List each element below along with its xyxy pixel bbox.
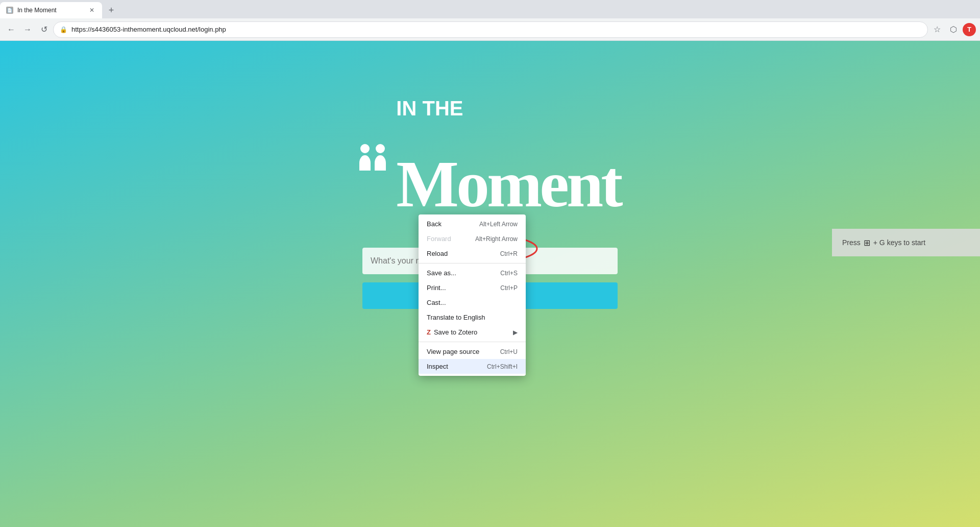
- profile-avatar[interactable]: T: [963, 23, 976, 36]
- windows-hint: Press ⊞ + G keys to start: [832, 229, 980, 256]
- ctx-translate-label: Translate to English: [427, 314, 518, 321]
- ctx-inspect[interactable]: Inspect Ctrl+Shift+I: [419, 359, 526, 374]
- ctx-cast[interactable]: Cast...: [419, 295, 526, 310]
- tab-title: In the Moment: [17, 7, 84, 14]
- ctx-translate[interactable]: Translate to English: [419, 310, 526, 325]
- ctx-separator-2: [419, 342, 526, 342]
- ctx-back-shortcut: Alt+Left Arrow: [479, 221, 518, 228]
- ctx-save-as[interactable]: Save as... Ctrl+S: [419, 266, 526, 280]
- url-text: https://s4436053-inthemoment.uqcloud.net…: [71, 26, 921, 33]
- forward-button[interactable]: →: [20, 22, 35, 37]
- tab-favicon: 📄: [6, 7, 13, 14]
- address-bar: ← → ↺ 🔒 https://s4436053-inthemoment.uqc…: [0, 18, 980, 41]
- dot-body-2: [375, 155, 386, 171]
- ctx-save-as-label: Save as...: [427, 269, 500, 277]
- zotero-z-icon: Z: [427, 328, 431, 336]
- logo-in-the-text: IN THE: [396, 97, 463, 120]
- ctx-forward: Forward Alt+Right Arrow: [419, 231, 526, 246]
- ctx-save-as-shortcut: Ctrl+S: [500, 270, 518, 277]
- tab-close-button[interactable]: ✕: [88, 6, 96, 14]
- ctx-view-source-shortcut: Ctrl+U: [500, 348, 518, 355]
- ctx-cast-label: Cast...: [427, 299, 518, 306]
- back-button[interactable]: ←: [4, 22, 18, 37]
- ctx-forward-shortcut: Alt+Right Arrow: [475, 235, 518, 243]
- ctx-forward-label: Forward: [427, 235, 475, 243]
- ctx-inspect-label: Inspect: [427, 363, 487, 370]
- ctx-zotero[interactable]: Z Save to Zotero ▶: [419, 325, 526, 340]
- ctx-print-label: Print...: [427, 284, 500, 292]
- ctx-reload-shortcut: Ctrl+R: [500, 250, 518, 257]
- ctx-zotero-arrow: ▶: [513, 329, 518, 336]
- toolbar-right: ☆ ⬡ T: [930, 22, 976, 37]
- tab-bar: 📄 In the Moment ✕ +: [0, 0, 980, 18]
- reload-button[interactable]: ↺: [37, 22, 51, 37]
- dot-person-2: [375, 144, 386, 171]
- logo-icon: [359, 144, 386, 171]
- logo-moment-text: Moment: [396, 151, 620, 217]
- page-content: IN THE Moment START Back Alt+Left Arrow …: [0, 41, 980, 527]
- logo-area: IN THE Moment: [359, 97, 620, 217]
- browser-frame: 📄 In the Moment ✕ + ← → ↺ 🔒 https://s443…: [0, 0, 980, 527]
- ctx-inspect-shortcut: Ctrl+Shift+I: [487, 363, 518, 370]
- windows-hint-g-keys: + G keys to start: [873, 238, 925, 247]
- bookmark-button[interactable]: ☆: [930, 22, 944, 37]
- dot-body-1: [359, 155, 371, 171]
- lock-icon: 🔒: [60, 26, 67, 33]
- ctx-back-label: Back: [427, 220, 479, 228]
- ctx-separator-1: [419, 263, 526, 264]
- ctx-print[interactable]: Print... Ctrl+P: [419, 280, 526, 295]
- context-menu: Back Alt+Left Arrow Forward Alt+Right Ar…: [419, 214, 526, 376]
- ctx-view-source[interactable]: View page source Ctrl+U: [419, 344, 526, 359]
- windows-hint-press: Press: [842, 238, 861, 247]
- active-tab[interactable]: 📄 In the Moment ✕: [0, 2, 102, 18]
- new-tab-button[interactable]: +: [104, 3, 118, 17]
- dot-person-1: [359, 144, 371, 171]
- dot-head-1: [360, 144, 370, 153]
- dot-head-2: [376, 144, 385, 153]
- ctx-view-source-label: View page source: [427, 348, 500, 355]
- ctx-back[interactable]: Back Alt+Left Arrow: [419, 217, 526, 231]
- ctx-zotero-label: Z Save to Zotero: [427, 328, 477, 336]
- extension-button[interactable]: ⬡: [946, 22, 961, 37]
- url-bar[interactable]: 🔒 https://s4436053-inthemoment.uqcloud.n…: [53, 21, 928, 38]
- windows-icon: ⊞: [864, 238, 870, 248]
- ctx-reload[interactable]: Reload Ctrl+R: [419, 246, 526, 261]
- ctx-reload-label: Reload: [427, 250, 500, 257]
- ctx-print-shortcut: Ctrl+P: [500, 284, 518, 292]
